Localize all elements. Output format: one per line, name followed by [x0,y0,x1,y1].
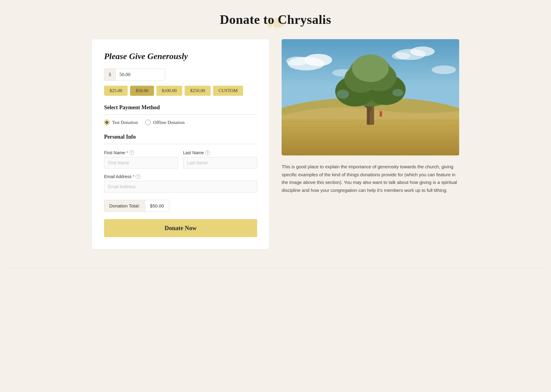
svg-point-2 [305,54,332,66]
svg-point-6 [392,52,410,60]
preset-100-button[interactable]: $100.00 [156,86,182,96]
personal-info-section: Personal Info First Name * ? Last Name ? [104,134,257,237]
preset-custom-button[interactable]: CUSTOM [213,86,243,96]
description-text: This is good place to explain the import… [282,163,459,194]
first-name-label: First Name * ? [104,150,178,155]
preset-25-button[interactable]: $25.00 [104,86,128,96]
donation-image [282,39,459,155]
last-name-input[interactable] [183,157,257,169]
footer-divider [6,268,545,268]
email-required: * [133,174,134,179]
email-group: Email Address * ? [104,174,257,192]
last-name-group: Last Name ? [183,150,257,169]
svg-point-7 [432,65,456,74]
payment-offline-label: Offline Donation [153,120,185,125]
payment-offline-radio[interactable] [145,120,151,125]
preset-50-button[interactable]: $50.00 [130,86,154,96]
first-name-help-icon[interactable]: ? [129,150,134,155]
first-name-required: * [126,150,128,155]
payment-section-title: Select Payment Method [104,104,257,111]
form-panel: Please Give Generously $ $25.00 $50.00 $… [92,39,269,249]
personal-info-title: Personal Info [104,134,257,140]
donation-total-row: Donation Total: $50.00 [104,200,257,212]
email-help-icon[interactable]: ? [136,174,141,179]
form-heading: Please Give Generously [104,51,257,61]
email-label: Email Address * ? [104,174,257,179]
content-wrapper: Please Give Generously $ $25.00 $50.00 $… [92,39,459,249]
payment-offline-donation[interactable]: Offline Donation [145,120,185,125]
svg-point-5 [410,47,435,56]
svg-point-29 [392,89,403,96]
preset-amounts: $25.00 $50.00 $100.00 $250.00 CUSTOM [104,86,257,96]
currency-symbol: $ [104,69,116,80]
svg-point-27 [352,54,389,82]
donate-now-button[interactable]: Donate Now [104,219,257,237]
svg-rect-30 [380,111,382,117]
amount-input[interactable] [116,69,159,80]
payment-divider [104,114,257,115]
payment-test-label: Test Donation [112,120,138,125]
payment-test-radio[interactable] [104,120,110,125]
last-name-help-icon[interactable]: ? [205,150,210,155]
last-name-label: Last Name ? [183,150,257,155]
svg-point-3 [286,57,308,66]
donation-total-label: Donation Total: [104,200,145,212]
email-input[interactable] [104,181,257,192]
first-name-group: First Name * ? [104,150,178,169]
svg-point-31 [380,109,382,111]
page-header: ❧ Donate to Chrysalis [6,12,545,27]
preset-250-button[interactable]: $250.00 [185,86,211,96]
svg-point-28 [337,90,349,99]
payment-test-donation[interactable]: Test Donation [104,120,138,125]
right-panel: This is good place to explain the import… [282,39,459,194]
payment-methods: Test Donation Offline Donation [104,120,257,125]
personal-divider [104,144,257,144]
donation-total-value: $50.00 [145,200,169,212]
amount-row: $ [104,69,165,81]
first-name-input[interactable] [104,157,178,169]
page-title: Donate to Chrysalis [6,12,545,27]
name-field-row: First Name * ? Last Name ? [104,150,257,169]
